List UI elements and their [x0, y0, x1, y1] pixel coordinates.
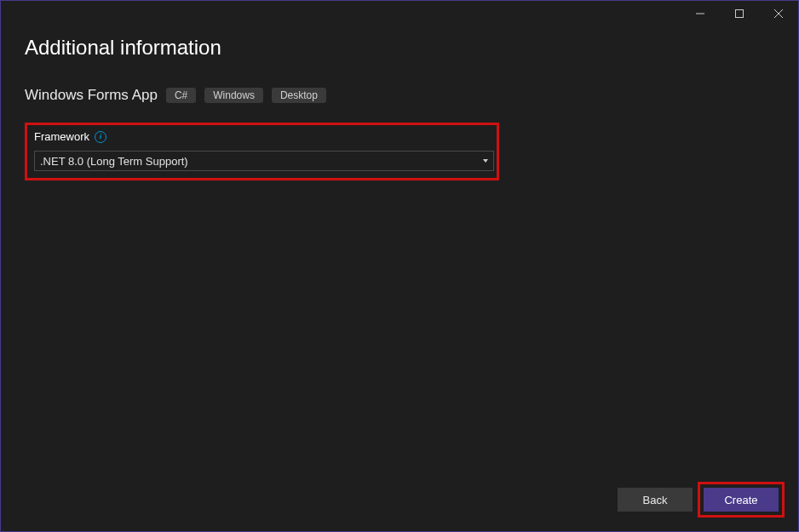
- template-name: Windows Forms App: [25, 87, 158, 104]
- info-icon[interactable]: i: [95, 131, 106, 143]
- back-button[interactable]: Back: [618, 488, 693, 512]
- page-title: Additional information: [25, 36, 774, 60]
- create-button[interactable]: Create: [704, 488, 779, 512]
- framework-dropdown[interactable]: .NET 8.0 (Long Term Support): [34, 151, 494, 171]
- framework-label-row: Framework i: [34, 130, 490, 143]
- maximize-icon: [735, 9, 744, 18]
- maximize-button[interactable]: [720, 1, 759, 26]
- dialog-window: Additional information Windows Forms App…: [0, 0, 799, 532]
- tag-platform: Windows: [204, 88, 263, 103]
- framework-selected-value: .NET 8.0 (Long Term Support): [40, 155, 188, 168]
- svg-rect-1: [736, 10, 744, 18]
- window-controls: [681, 1, 798, 26]
- footer-buttons: Back Create: [618, 482, 785, 518]
- tag-language: C#: [166, 88, 196, 103]
- close-button[interactable]: [759, 1, 798, 26]
- tag-type: Desktop: [272, 88, 326, 103]
- minimize-icon: [696, 9, 704, 18]
- chevron-down-icon: [483, 159, 488, 163]
- subtitle-row: Windows Forms App C# Windows Desktop: [25, 87, 774, 104]
- framework-highlight: Framework i .NET 8.0 (Long Term Support): [25, 123, 499, 180]
- title-bar: [1, 1, 798, 26]
- create-highlight: Create: [698, 482, 785, 518]
- close-icon: [774, 9, 783, 18]
- framework-label: Framework: [34, 130, 89, 143]
- content-area: Additional information Windows Forms App…: [1, 26, 798, 531]
- minimize-button[interactable]: [681, 1, 720, 26]
